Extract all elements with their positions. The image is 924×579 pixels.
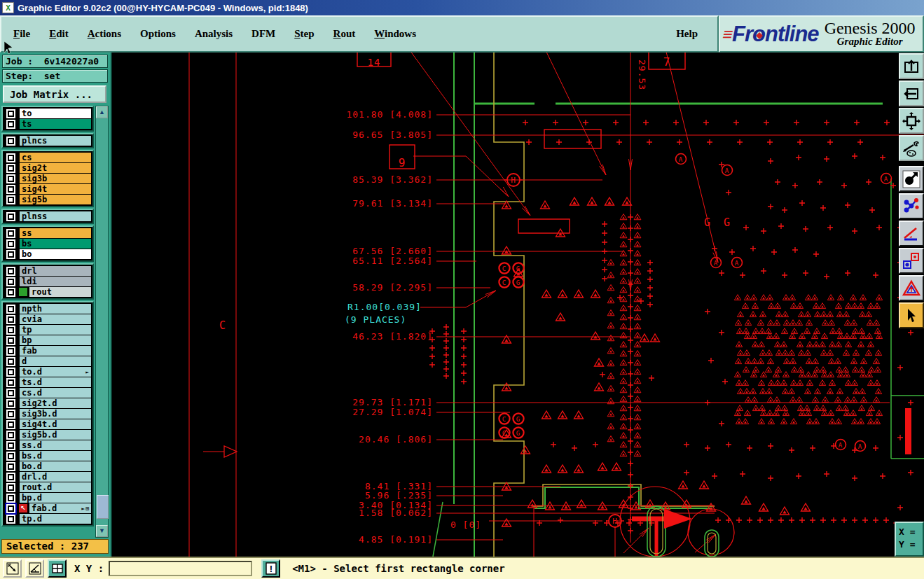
layer-row-rout[interactable]: rout bbox=[4, 287, 92, 297]
menu-windows[interactable]: Windows bbox=[374, 28, 416, 40]
layer-checkbox[interactable] bbox=[6, 494, 15, 503]
layer-name[interactable]: bs bbox=[19, 238, 92, 249]
layer-checkbox[interactable] bbox=[6, 420, 15, 429]
layer-name[interactable]: ts.d bbox=[19, 377, 92, 388]
layer-row-d[interactable]: d bbox=[4, 356, 92, 366]
layer-name[interactable]: bp bbox=[19, 335, 92, 346]
layer-checkbox[interactable] bbox=[6, 185, 15, 194]
layer-checkbox[interactable] bbox=[6, 315, 15, 324]
select-cursor-button[interactable] bbox=[899, 302, 924, 328]
layer-row-bp[interactable]: bp bbox=[4, 335, 92, 345]
layer-checkbox[interactable] bbox=[6, 267, 15, 276]
layer-row-bo.d[interactable]: bo.d bbox=[4, 461, 92, 471]
layer-row-sig3b.d[interactable]: sig3b.d bbox=[4, 409, 92, 419]
layer-name[interactable]: rout.d bbox=[19, 482, 92, 493]
layer-row-plncs[interactable]: plncs bbox=[4, 136, 92, 146]
layer-name[interactable]: bs.d bbox=[19, 450, 92, 461]
layer-row-ss.d[interactable]: ss.d bbox=[4, 440, 92, 450]
layer-row-npth[interactable]: npth bbox=[4, 304, 92, 314]
layer-checkbox[interactable] bbox=[6, 109, 15, 118]
layer-row-sig3b[interactable]: sig3b bbox=[4, 174, 92, 183]
layer-row-bs.d[interactable]: bs.d bbox=[4, 451, 92, 461]
layer-checkbox[interactable] bbox=[6, 357, 15, 366]
edit-tools-button[interactable] bbox=[899, 135, 924, 161]
pcb-canvas[interactable]: 101.80 [4.008]96.65 [3.805]85.39 [3.362]… bbox=[112, 53, 924, 557]
layer-checkbox[interactable] bbox=[6, 452, 15, 461]
layer-checkbox[interactable] bbox=[6, 347, 15, 356]
menu-help[interactable]: Help bbox=[676, 28, 698, 40]
layer-name[interactable]: sig2t bbox=[19, 162, 92, 174]
layer-row-sig4t.d[interactable]: sig4t.d bbox=[4, 419, 92, 429]
layer-row-ldi[interactable]: ldi bbox=[4, 277, 92, 286]
layer-row-ts[interactable]: ts bbox=[4, 119, 92, 129]
alert-button[interactable]: ! bbox=[261, 559, 280, 578]
layer-name[interactable]: fab.d►⊞ bbox=[29, 503, 92, 514]
layer-checkbox[interactable] bbox=[6, 212, 15, 221]
layer-row-rout.d[interactable]: rout.d bbox=[4, 482, 92, 492]
layer-name[interactable]: sig5b.d bbox=[19, 429, 92, 440]
layer-checkbox[interactable] bbox=[6, 389, 15, 398]
job-matrix-button[interactable]: Job Matrix ... bbox=[3, 85, 106, 103]
layer-name[interactable]: plncs bbox=[19, 135, 92, 146]
layer-checkbox[interactable] bbox=[6, 483, 15, 492]
layer-name[interactable]: tp bbox=[19, 324, 92, 335]
layer-name[interactable]: to bbox=[19, 108, 92, 119]
layer-row-to[interactable]: to bbox=[4, 109, 92, 118]
layer-checkbox[interactable] bbox=[6, 250, 15, 259]
layer-checkbox[interactable] bbox=[6, 305, 15, 314]
layer-checkbox[interactable] bbox=[6, 174, 15, 183]
menu-analysis[interactable]: Analysis bbox=[195, 28, 233, 40]
measure-diagonal-button[interactable] bbox=[3, 559, 22, 578]
fit-view-button[interactable] bbox=[899, 108, 924, 134]
layer-row-cvia[interactable]: cvia bbox=[4, 314, 92, 324]
menu-edit[interactable]: Edit bbox=[49, 28, 69, 40]
layer-row-bp.d[interactable]: bp.d bbox=[4, 493, 92, 503]
layer-name[interactable]: tp.d bbox=[19, 513, 92, 524]
layer-list-scrollbar[interactable]: ▲ ▼ bbox=[95, 106, 109, 538]
layer-checkbox[interactable] bbox=[6, 229, 15, 238]
layer-copy-button[interactable] bbox=[899, 248, 924, 274]
layer-checkbox[interactable] bbox=[6, 326, 15, 335]
layer-name[interactable]: ss bbox=[19, 228, 92, 239]
layer-row-bs[interactable]: bs bbox=[4, 239, 92, 249]
layer-name[interactable]: to.d► bbox=[19, 366, 92, 377]
layer-name[interactable]: npth bbox=[19, 303, 92, 314]
layer-row-sig4t[interactable]: sig4t bbox=[4, 184, 92, 194]
layer-checkbox[interactable] bbox=[6, 515, 15, 524]
layer-name[interactable]: cs bbox=[19, 152, 92, 163]
layer-row-sig5b[interactable]: sig5b bbox=[4, 195, 92, 204]
nets-button[interactable] bbox=[899, 193, 924, 219]
layer-row-fab[interactable]: fab bbox=[4, 346, 92, 356]
layer-name[interactable]: plnss bbox=[19, 211, 92, 222]
layer-row-sig2t[interactable]: sig2t bbox=[4, 163, 92, 173]
layer-row-drl[interactable]: drl bbox=[4, 266, 92, 276]
menu-rout[interactable]: Rout bbox=[333, 28, 356, 40]
layer-name[interactable]: drl bbox=[19, 265, 92, 277]
menu-dfm[interactable]: DFM bbox=[251, 28, 275, 40]
layer-row-fab.d[interactable]: ↖fab.d►⊞ bbox=[4, 503, 92, 513]
layer-row-bo[interactable]: bo bbox=[4, 249, 92, 259]
layer-row-ss[interactable]: ss bbox=[4, 228, 92, 238]
layer-checkbox[interactable] bbox=[6, 462, 15, 471]
scroll-down-button[interactable]: ▼ bbox=[96, 525, 108, 537]
angle-measure-button[interactable] bbox=[25, 559, 44, 578]
box-left-arrow-button[interactable] bbox=[899, 81, 924, 106]
box-up-arrow-button[interactable] bbox=[899, 53, 924, 79]
layer-name[interactable]: drl.d bbox=[19, 471, 92, 482]
layer-name[interactable]: d bbox=[19, 356, 92, 367]
layer-row-ts.d[interactable]: ts.d bbox=[4, 377, 92, 387]
menu-actions[interactable]: Actions bbox=[88, 28, 121, 40]
layer-checkbox[interactable] bbox=[6, 120, 15, 129]
flip-triangle-button[interactable] bbox=[899, 275, 924, 301]
scroll-thumb[interactable] bbox=[97, 495, 109, 519]
layer-name[interactable]: rout bbox=[29, 286, 92, 298]
layer-checkbox[interactable] bbox=[6, 441, 15, 450]
layer-row-sig5b.d[interactable]: sig5b.d bbox=[4, 430, 92, 440]
layer-checkbox[interactable] bbox=[6, 336, 15, 345]
layer-checkbox[interactable] bbox=[6, 504, 15, 513]
layer-row-plnss[interactable]: plnss bbox=[4, 211, 92, 221]
layer-checkbox[interactable] bbox=[6, 288, 15, 297]
layer-name[interactable]: ts bbox=[19, 118, 92, 130]
layer-name[interactable]: sig5b bbox=[19, 194, 92, 205]
layer-checkbox[interactable] bbox=[6, 473, 15, 482]
